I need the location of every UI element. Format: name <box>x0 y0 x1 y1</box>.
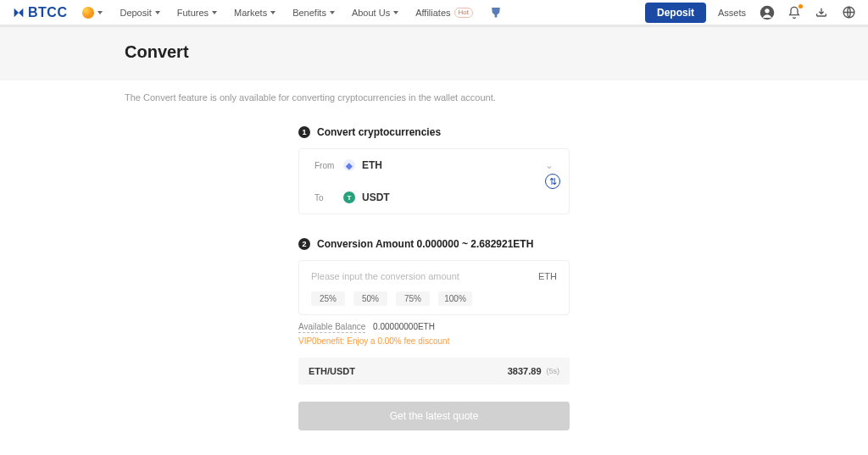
rate-value: 3837.89 <box>508 366 542 376</box>
to-row: To T USDT <box>299 181 569 214</box>
to-label: To <box>314 193 343 203</box>
to-coin-select[interactable]: T USDT <box>343 191 390 203</box>
page-title: Convert <box>125 42 743 62</box>
nav-label: About Us <box>352 8 390 18</box>
content: The Convert feature is only available fo… <box>0 80 868 455</box>
step2-head: 2 Conversion Amount 0.000000 ~ 2.682921E… <box>298 238 570 250</box>
pct-75[interactable]: 75% <box>396 291 430 306</box>
notification-dot <box>798 4 803 8</box>
vip-benefit-text: VIP0benefit: Enjoy a 0.00% fee discount <box>298 336 570 346</box>
amount-panel: ETH 25% 50% 75% 100% <box>298 260 570 315</box>
usdt-icon: T <box>343 191 355 203</box>
nav-about-us[interactable]: About Us <box>352 8 398 18</box>
amount-unit: ETH <box>538 271 557 281</box>
download-button[interactable] <box>814 5 829 20</box>
swap-button[interactable]: ⇅ <box>545 174 560 189</box>
rate-row: ETH/USDT 3837.89 (5s) <box>298 358 570 385</box>
chevron-down-icon <box>330 11 335 14</box>
available-balance-label: Available Balance <box>298 322 365 333</box>
account-icon <box>760 5 775 20</box>
nav-chain-select[interactable] <box>82 7 103 19</box>
chevron-down-icon <box>212 11 217 14</box>
pct-100[interactable]: 100% <box>438 291 472 306</box>
nav-label: Deposit <box>120 8 151 18</box>
nav-affiliates[interactable]: Affiliates Hot <box>415 8 473 18</box>
trophy-icon <box>490 8 502 18</box>
pct-row: 25% 50% 75% 100% <box>299 291 569 306</box>
assets-label: Assets <box>718 8 746 18</box>
page-description: The Convert feature is only available fo… <box>125 92 743 103</box>
nav-deposit[interactable]: Deposit <box>120 8 159 18</box>
step2-title: Conversion Amount 0.000000 ~ 2.682921ETH <box>317 238 533 250</box>
get-quote-button[interactable]: Get the latest quote <box>298 402 570 430</box>
chevron-down-icon <box>393 11 398 14</box>
step1-title: Convert cryptocurrencies <box>317 126 441 138</box>
bitcoin-icon <box>82 7 94 19</box>
amount-input[interactable] <box>311 271 538 281</box>
deposit-button[interactable]: Deposit <box>645 3 706 23</box>
nav-label: Futures <box>177 8 209 18</box>
chevron-down-icon <box>97 11 103 14</box>
amount-input-row: ETH <box>299 271 569 281</box>
nav-label: Affiliates <box>415 8 450 18</box>
pct-25[interactable]: 25% <box>311 291 345 306</box>
rate-pair: ETH/USDT <box>309 366 508 376</box>
chevron-down-icon: ⌄ <box>545 159 554 171</box>
convert-panel: From ◆ ETH ⌄ To T USDT ⇅ <box>298 148 570 214</box>
from-coin-symbol: ETH <box>362 159 382 171</box>
step-badge-2: 2 <box>298 238 310 250</box>
swap-icon: ⇅ <box>549 176 557 187</box>
from-coin-select[interactable]: ◆ ETH <box>343 159 382 171</box>
nav-left: Deposit Futures Markets Benefits About U… <box>82 7 645 19</box>
nav-label: Markets <box>234 8 267 18</box>
chevron-down-icon <box>270 11 275 14</box>
from-row: From ◆ ETH ⌄ <box>299 149 569 181</box>
step-badge-1: 1 <box>298 126 310 138</box>
pct-50[interactable]: 50% <box>353 291 387 306</box>
available-balance-value: 0.00000000ETH <box>373 322 435 331</box>
nav-futures[interactable]: Futures <box>177 8 217 18</box>
download-icon <box>815 6 828 19</box>
account-button[interactable] <box>760 5 775 20</box>
rate-refresh-countdown: (5s) <box>547 367 560 375</box>
nav-label: Benefits <box>292 8 326 18</box>
eth-icon: ◆ <box>343 159 355 171</box>
available-balance-row: Available Balance 0.00000000ETH <box>298 322 570 331</box>
logo-icon <box>12 6 25 19</box>
navbar: BTCC Deposit Futures Markets Benefits Ab… <box>0 0 868 27</box>
from-label: From <box>314 161 343 170</box>
nav-markets[interactable]: Markets <box>234 8 275 18</box>
chevron-down-icon <box>155 11 160 14</box>
to-coin-symbol: USDT <box>362 191 390 203</box>
logo[interactable]: BTCC <box>12 5 67 20</box>
nav-trophy[interactable] <box>490 8 502 18</box>
svg-point-1 <box>765 8 769 13</box>
globe-icon <box>842 5 856 19</box>
step1-head: 1 Convert cryptocurrencies <box>298 126 570 138</box>
language-button[interactable] <box>841 5 856 20</box>
nav-right: Deposit Assets <box>645 3 856 23</box>
brand-text: BTCC <box>28 5 67 20</box>
assets-link[interactable]: Assets <box>718 8 748 18</box>
notifications-button[interactable] <box>787 5 802 20</box>
title-strip: Convert <box>0 27 868 80</box>
nav-benefits[interactable]: Benefits <box>292 8 335 18</box>
hot-badge: Hot <box>454 8 473 18</box>
